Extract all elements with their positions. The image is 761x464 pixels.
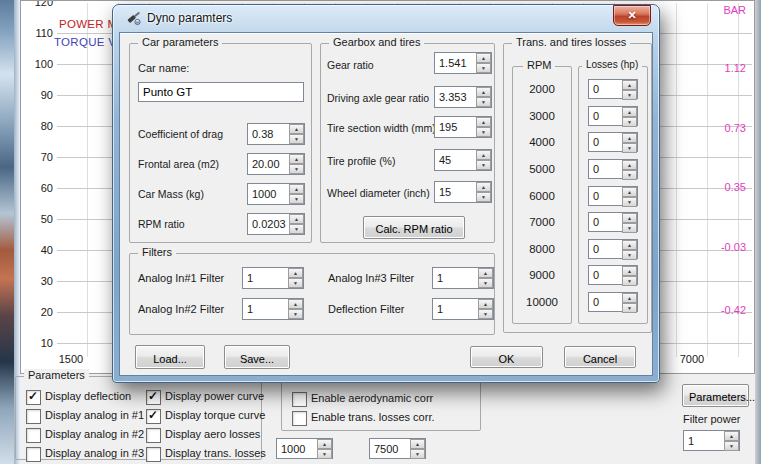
axle-gear-ratio-spinner[interactable]: 3.353 ▲▼	[434, 86, 492, 108]
down-arrow-icon[interactable]: ▼	[476, 127, 491, 137]
loss-3000-spinner[interactable]: 0▲▼	[588, 106, 638, 126]
up-arrow-icon[interactable]: ▲	[288, 268, 303, 278]
frontal-area-spinner[interactable]: 20.00 ▲▼	[247, 153, 305, 175]
load-button[interactable]: Load...	[135, 345, 205, 369]
rpm-ratio-spinner[interactable]: 0.0203 ▲▼	[247, 213, 305, 235]
loss-9000-spinner[interactable]: 0▲▼	[588, 265, 638, 285]
up-arrow-icon[interactable]: ▲	[476, 87, 491, 97]
rpm-min-spinner[interactable]: 1000 ▲▼	[276, 438, 333, 459]
tire-profile-spinner[interactable]: 45 ▲▼	[434, 149, 492, 171]
spinner-buttons[interactable]: ▲▼	[289, 214, 304, 234]
spinner-buttons[interactable]: ▲▼	[476, 87, 491, 107]
up-arrow-icon[interactable]: ▲	[478, 268, 493, 278]
analog1-filter-spinner[interactable]: 1 ▲▼	[242, 267, 304, 289]
spinner-buttons[interactable]: ▲▼	[476, 150, 491, 170]
up-arrow-icon[interactable]: ▲	[724, 431, 739, 441]
loss-7000-spinner[interactable]: 0▲▼	[588, 212, 638, 232]
up-arrow-icon[interactable]: ▲	[622, 80, 637, 90]
save-button[interactable]: Save...	[224, 345, 290, 369]
down-arrow-icon[interactable]: ▼	[478, 309, 493, 319]
down-arrow-icon[interactable]: ▼	[622, 143, 637, 153]
up-arrow-icon[interactable]: ▲	[289, 184, 304, 194]
down-arrow-icon[interactable]: ▼	[622, 223, 637, 233]
up-arrow-icon[interactable]: ▲	[478, 299, 493, 309]
loss-10000-spinner[interactable]: 0▲▼	[588, 292, 638, 312]
checkbox[interactable]	[26, 428, 41, 443]
drag-coefficient-spinner[interactable]: 0.38 ▲▼	[247, 123, 305, 145]
spinner-buttons[interactable]: ▲▼	[622, 187, 637, 205]
down-arrow-icon[interactable]: ▼	[476, 192, 491, 202]
down-arrow-icon[interactable]: ▼	[289, 224, 304, 234]
down-arrow-icon[interactable]: ▼	[622, 117, 637, 127]
loss-4000-spinner[interactable]: 0▲▼	[588, 132, 638, 152]
down-arrow-icon[interactable]: ▼	[476, 160, 491, 170]
checkbox[interactable]	[26, 447, 41, 462]
checkbox[interactable]	[146, 409, 161, 424]
checkbox[interactable]	[146, 390, 161, 405]
up-arrow-icon[interactable]: ▲	[622, 240, 637, 250]
close-icon[interactable]: ✕	[613, 5, 651, 26]
checkbox[interactable]	[26, 390, 41, 405]
down-arrow-icon[interactable]: ▼	[289, 134, 304, 144]
up-arrow-icon[interactable]: ▲	[289, 154, 304, 164]
rpm-max-spinner[interactable]: 7500 ▲▼	[369, 438, 426, 459]
spinner-buttons[interactable]: ▲▼	[410, 439, 425, 458]
spinner-buttons[interactable]: ▲▼	[288, 268, 303, 288]
spinner-buttons[interactable]: ▲▼	[476, 182, 491, 202]
down-arrow-icon[interactable]: ▼	[622, 276, 637, 286]
spinner-buttons[interactable]: ▲▼	[288, 299, 303, 319]
up-arrow-icon[interactable]: ▲	[410, 439, 425, 449]
up-arrow-icon[interactable]: ▲	[476, 182, 491, 192]
analog3-filter-spinner[interactable]: 1 ▲▼	[432, 267, 494, 289]
spinner-buttons[interactable]: ▲▼	[622, 107, 637, 125]
down-arrow-icon[interactable]: ▼	[622, 250, 637, 260]
spinner-buttons[interactable]: ▲▼	[622, 240, 637, 258]
spinner-buttons[interactable]: ▲▼	[476, 117, 491, 137]
up-arrow-icon[interactable]: ▲	[476, 53, 491, 63]
gear-ratio-spinner[interactable]: 1.541 ▲▼	[434, 52, 492, 74]
loss-8000-spinner[interactable]: 0▲▼	[588, 239, 638, 259]
checkbox[interactable]	[292, 392, 307, 407]
spinner-buttons[interactable]: ▲▼	[289, 184, 304, 204]
up-arrow-icon[interactable]: ▲	[622, 213, 637, 223]
checkbox[interactable]	[146, 447, 161, 462]
down-arrow-icon[interactable]: ▼	[478, 278, 493, 288]
up-arrow-icon[interactable]: ▲	[476, 117, 491, 127]
up-arrow-icon[interactable]: ▲	[289, 214, 304, 224]
down-arrow-icon[interactable]: ▼	[476, 63, 491, 73]
spinner-buttons[interactable]: ▲▼	[289, 124, 304, 144]
up-arrow-icon[interactable]: ▲	[289, 124, 304, 134]
down-arrow-icon[interactable]: ▼	[289, 194, 304, 204]
deflection-filter-spinner[interactable]: 1 ▲▼	[432, 298, 494, 320]
checkbox[interactable]	[292, 411, 307, 426]
spinner-buttons[interactable]: ▲▼	[622, 266, 637, 284]
down-arrow-icon[interactable]: ▼	[622, 303, 637, 313]
dialog-title-bar[interactable]: e Dyno paramters ✕	[113, 5, 659, 32]
car-mass-spinner[interactable]: 1000 ▲▼	[247, 183, 305, 205]
loss-5000-spinner[interactable]: 0▲▼	[588, 159, 638, 179]
filter-power-spinner[interactable]: 1 ▲▼	[683, 430, 740, 451]
spinner-buttons[interactable]: ▲▼	[724, 431, 739, 450]
up-arrow-icon[interactable]: ▲	[622, 266, 637, 276]
wheel-diameter-spinner[interactable]: 15 ▲▼	[434, 181, 492, 203]
loss-6000-spinner[interactable]: 0▲▼	[588, 186, 638, 206]
up-arrow-icon[interactable]: ▲	[622, 160, 637, 170]
down-arrow-icon[interactable]: ▼	[622, 170, 637, 180]
up-arrow-icon[interactable]: ▲	[317, 439, 332, 449]
car-name-input[interactable]	[138, 82, 304, 102]
spinner-buttons[interactable]: ▲▼	[317, 439, 332, 458]
checkbox[interactable]	[26, 409, 41, 424]
spinner-buttons[interactable]: ▲▼	[622, 213, 637, 231]
up-arrow-icon[interactable]: ▲	[476, 150, 491, 160]
up-arrow-icon[interactable]: ▲	[622, 187, 637, 197]
tire-width-spinner[interactable]: 195 ▲▼	[434, 116, 492, 138]
up-arrow-icon[interactable]: ▲	[288, 299, 303, 309]
down-arrow-icon[interactable]: ▼	[724, 441, 739, 451]
ok-button[interactable]: OK	[470, 346, 543, 368]
down-arrow-icon[interactable]: ▼	[622, 197, 637, 207]
down-arrow-icon[interactable]: ▼	[410, 449, 425, 459]
analog2-filter-spinner[interactable]: 1 ▲▼	[242, 298, 304, 320]
spinner-buttons[interactable]: ▲▼	[476, 53, 491, 73]
cancel-button[interactable]: Cancel	[564, 346, 636, 368]
up-arrow-icon[interactable]: ▲	[622, 293, 637, 303]
